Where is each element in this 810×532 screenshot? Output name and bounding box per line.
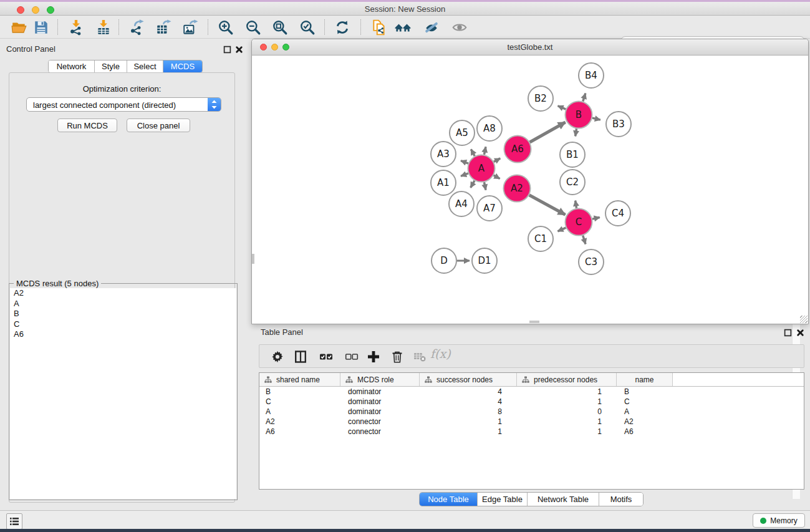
import-table-icon[interactable] xyxy=(95,19,112,36)
table-row-A6[interactable]: A6connector11A6 xyxy=(259,427,804,437)
close-panel-button[interactable]: Close panel xyxy=(127,118,190,132)
function-builder-icon[interactable]: f(x) xyxy=(430,347,451,360)
graph-node-B4[interactable]: B4 xyxy=(579,63,604,88)
zoom-in-icon[interactable] xyxy=(217,19,234,36)
horizontal-scroll-thumb[interactable] xyxy=(529,321,539,323)
tab-motifs[interactable]: Motifs xyxy=(599,493,643,506)
import-network-icon[interactable] xyxy=(67,19,85,36)
zoom-selected-icon[interactable] xyxy=(299,19,316,36)
task-history-button[interactable] xyxy=(6,513,22,530)
result-item-C[interactable]: C xyxy=(10,319,236,330)
graph-edge-A-A4[interactable] xyxy=(471,181,475,188)
delete-table-icon[interactable] xyxy=(413,350,427,364)
session-file-icon[interactable] xyxy=(370,19,388,36)
graph-edge-A-A8[interactable] xyxy=(484,147,486,155)
result-item-B[interactable]: B xyxy=(10,309,236,319)
graph-edge-C-C4[interactable] xyxy=(592,218,600,220)
vertical-scroll-thumb[interactable] xyxy=(252,254,254,264)
float-panel-icon[interactable] xyxy=(223,45,231,53)
close-panel-icon[interactable] xyxy=(235,45,243,53)
run-mcds-button[interactable]: Run MCDS xyxy=(57,118,117,132)
cell: B xyxy=(259,387,340,397)
graph-edge-A6-B[interactable] xyxy=(530,122,566,142)
graph-node-A8[interactable]: A8 xyxy=(477,116,502,141)
tab-style[interactable]: Style xyxy=(95,60,127,72)
column-header-name[interactable]: name xyxy=(617,373,673,386)
table-row-A[interactable]: Adominator80A xyxy=(259,407,804,417)
result-item-A6[interactable]: A6 xyxy=(10,329,236,340)
graph-edge-A-A5[interactable] xyxy=(471,149,475,156)
memory-button[interactable]: Memory xyxy=(753,513,805,528)
graph-edge-B-B4[interactable] xyxy=(583,94,586,102)
graph-node-C[interactable]: C xyxy=(566,209,592,236)
tab-edge-table[interactable]: Edge Table xyxy=(478,493,528,506)
graph-node-C3[interactable]: C3 xyxy=(579,249,604,274)
table-row-B[interactable]: Bdominator41B xyxy=(259,387,804,397)
graph-edge-A-A7[interactable] xyxy=(484,182,486,190)
graph-node-D1[interactable]: D1 xyxy=(472,248,497,273)
select-all-icon[interactable] xyxy=(319,350,333,364)
show-columns-icon[interactable] xyxy=(294,350,307,364)
graph-edge-A2-C[interactable] xyxy=(529,195,566,215)
graph-node-A2[interactable]: A2 xyxy=(504,175,531,202)
graph-node-C4[interactable]: C4 xyxy=(605,201,630,226)
graph-edge-B-B3[interactable] xyxy=(592,118,600,120)
add-column-icon[interactable] xyxy=(367,350,380,364)
zoom-out-icon[interactable] xyxy=(244,19,262,36)
close-table-panel-icon[interactable] xyxy=(796,328,804,336)
graph-node-A1[interactable]: A1 xyxy=(431,170,456,195)
tab-node-table[interactable]: Node Table xyxy=(420,493,478,506)
open-session-icon[interactable] xyxy=(11,19,28,36)
table-settings-icon[interactable] xyxy=(271,350,284,364)
graph-edge-C-C3[interactable] xyxy=(583,235,586,244)
graph-edge-A-A1[interactable] xyxy=(461,173,468,176)
table-row-C[interactable]: Cdominator41C xyxy=(259,397,804,407)
graph-node-B[interactable]: B xyxy=(566,102,592,128)
delete-column-icon[interactable] xyxy=(390,350,404,364)
graph-node-B3[interactable]: B3 xyxy=(606,112,631,137)
graph-node-B1[interactable]: B1 xyxy=(560,142,585,167)
result-item-A2[interactable]: A2 xyxy=(10,288,236,299)
column-header-successor-nodes[interactable]: successor nodes xyxy=(420,373,517,386)
graphics-details-icon[interactable] xyxy=(423,19,440,36)
column-header-predecessor-nodes[interactable]: predecessor nodes xyxy=(517,373,617,386)
export-image-icon[interactable] xyxy=(181,19,199,36)
column-header-shared-name[interactable]: shared name xyxy=(259,373,340,386)
criterion-dropdown[interactable]: largest connected component (directed) xyxy=(26,97,221,112)
graph-edge-B-B2[interactable] xyxy=(558,106,566,109)
graph-edge-C-C1[interactable] xyxy=(557,228,566,231)
show-hide-eye-icon[interactable] xyxy=(451,19,468,36)
column-header-MCDS-role[interactable]: MCDS role xyxy=(340,373,420,386)
tab-network-table[interactable]: Network Table xyxy=(528,493,599,506)
home-networks-icon[interactable] xyxy=(394,19,412,36)
graph-node-A6[interactable]: A6 xyxy=(504,136,531,163)
tab-mcds[interactable]: MCDS xyxy=(163,60,202,72)
graph-edge-A-A3[interactable] xyxy=(461,161,468,163)
graph-node-A7[interactable]: A7 xyxy=(477,196,502,221)
graph-node-C1[interactable]: C1 xyxy=(528,226,553,251)
resize-grip[interactable] xyxy=(800,316,808,323)
graph-edge-A-A6[interactable] xyxy=(494,158,500,162)
graph-node-C2[interactable]: C2 xyxy=(560,170,585,195)
float-table-panel-icon[interactable] xyxy=(784,328,792,336)
result-item-A[interactable]: A xyxy=(10,299,236,309)
graph-node-B2[interactable]: B2 xyxy=(528,86,553,111)
graph-edge-C-C2[interactable] xyxy=(576,201,577,208)
graph-edge-A-A2[interactable] xyxy=(494,175,500,179)
graph-node-A[interactable]: A xyxy=(468,155,495,182)
graph-edge-B-B1[interactable] xyxy=(576,128,577,136)
graph-node-A4[interactable]: A4 xyxy=(449,191,474,216)
network-canvas[interactable]: B4B2BB3B1A5A8A6A3AA1A2C2A4A7CC4C1C3DD1 xyxy=(253,56,808,324)
export-network-icon[interactable] xyxy=(128,19,146,36)
tab-select[interactable]: Select xyxy=(127,60,163,72)
graph-node-D[interactable]: D xyxy=(432,248,456,273)
table-row-A2[interactable]: A2connector11A2 xyxy=(259,417,804,427)
tab-network[interactable]: Network xyxy=(49,60,95,72)
save-session-icon[interactable] xyxy=(32,19,50,36)
deselect-all-icon[interactable] xyxy=(345,350,359,364)
graph-node-A5[interactable]: A5 xyxy=(450,120,475,145)
zoom-fit-icon[interactable] xyxy=(271,19,289,36)
graph-node-A3[interactable]: A3 xyxy=(431,142,456,167)
export-table-icon[interactable] xyxy=(155,19,172,36)
apply-layout-icon[interactable] xyxy=(334,19,351,36)
